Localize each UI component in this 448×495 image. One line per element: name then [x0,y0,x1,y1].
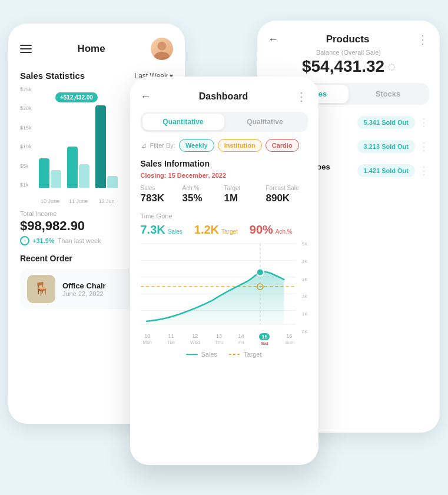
home-header: Home [20,38,173,60]
stat-label: Target [224,185,266,191]
home-title: Home [77,43,105,55]
order-date: June 22, 2022 [62,290,106,297]
time-ach-value: 90% [250,223,273,237]
line-chart: 5K 4K 3K 2K 1K 0K [141,241,308,347]
line-chart-svg [141,241,308,330]
chart-legend: Sales Target [141,351,308,358]
legend-sales: Sales [186,351,217,358]
avatar[interactable] [151,38,173,60]
dashboard-back-button[interactable]: ← [141,91,151,103]
stat-label: Sales [141,185,182,191]
svg-point-9 [256,269,263,276]
time-sales-value: 7.3K [141,223,165,237]
filter-label: Filter By: [150,142,175,149]
sold-badge: 5.341 Sold Out [357,116,415,129]
filter-chip-weekly[interactable]: Weekly [179,139,214,152]
tab-quantitative[interactable]: Quantitative [142,114,224,130]
x-label-16: 16 Sun [285,333,293,346]
bar-light [51,170,61,188]
stat-forecast: Forcast Sale 890K [266,185,308,204]
bar-dark [67,147,78,188]
time-gone-label: Time Gone [141,212,308,220]
filter-row: ⊿ Filter By: Weekly Institution Cardio [141,139,308,152]
filter-chip-cardio[interactable]: Cardio [266,139,299,152]
order-image: 🪑 [27,275,55,303]
time-gone-section: Time Gone 7.3K Sales 1.2K Target 90% Ach… [141,212,308,237]
stat-value: 783K [141,192,182,204]
time-sales-tag: Sales [168,228,182,235]
x-label-15-sat: 15 Sat [259,333,270,346]
sales-info-title: Sales Information [141,159,308,168]
x-axis-labels: 10 Mon 11 Tue 12 Wed 13 Thu 14 Fri 15 Sa… [141,333,308,346]
time-target-tag: Target [221,228,238,235]
order-name: Office Chair [62,281,106,290]
menu-button[interactable] [20,45,32,53]
legend-target: Target [229,351,262,358]
more-button[interactable]: ⋮ [417,32,429,46]
filter-icon: ⊿ [141,141,147,150]
balance-label: Balance (Overall Sale) [268,49,429,56]
stat-label: Ach.% [182,185,224,191]
dashboard-card: ← Dashboard ⋮ Quantitative Qualitative ⊿… [130,77,318,465]
time-target-value: 1.2K [194,223,219,237]
y-axis-labels: $25k $20k $15k $10k $5k $1k [20,87,32,188]
dashboard-title: Dashboard [199,91,248,102]
item-more-button[interactable]: ⋮ [419,140,429,153]
stat-value: 35% [182,192,224,204]
bar-group-1 [39,158,61,188]
x-label-11: 11 Tue [167,333,175,346]
bar-light [79,164,89,188]
x-label-10: 10 Mon [143,333,152,346]
bar-highlight [95,105,106,188]
stats-row: Sales 783K Ach.% 35% Target 1M Forcast S… [141,185,308,204]
order-details: Office Chair June 22, 2022 [62,281,106,297]
x-label-13: 13 Thu [215,333,223,346]
back-button[interactable]: ← [268,34,278,46]
x-label-12: 12 Wed [190,333,200,346]
bar-dark [39,158,49,188]
filter-chip-institution[interactable]: Institution [218,139,262,152]
closing-date: Closing: 15 December, 2022 [141,172,308,179]
y-axis-labels: 5K 4K 3K 2K 1K 0K [302,241,308,334]
stat-sales: Sales 783K [141,185,182,204]
eye-off-icon[interactable]: ◌ [388,62,395,71]
sold-badge: 1.421 Sold Out [357,164,415,177]
stat-label: Forcast Sale [266,185,308,191]
sales-stats-title: Sales Statistics [20,71,85,81]
bar-group-3 [95,105,118,188]
time-ach-tag: Ach.% [276,228,293,235]
stat-target: Target 1M [224,185,266,204]
balance-value: $54,431.32 ◌ [268,57,429,76]
sold-badge: 3.213 Sold Out [357,140,415,153]
stat-value: 1M [224,192,266,204]
sales-line-icon [186,354,198,355]
target-line-icon [229,353,241,356]
stat-value: 890K [266,192,308,204]
products-header: ← Products ⋮ [268,32,429,46]
dashboard-tabs: Quantitative Qualitative [141,112,308,132]
x-label-14: 14 Fri [238,333,244,346]
time-stats-row: 7.3K Sales 1.2K Target 90% Ach.% [141,223,308,237]
bar-group-2 [67,147,89,188]
tab-stocks[interactable]: Stocks [349,85,427,103]
dashboard-more-button[interactable]: ⋮ [296,89,307,104]
up-arrow-icon: ↑ [20,236,29,245]
bar-light [107,176,118,188]
tab-qualitative[interactable]: Qualitative [224,114,306,130]
dashboard-header: ← Dashboard ⋮ [141,89,308,104]
stat-ach: Ach.% 35% [182,185,224,204]
products-title: Products [326,34,370,45]
item-more-button[interactable]: ⋮ [419,116,429,129]
item-more-button[interactable]: ⋮ [419,164,429,177]
